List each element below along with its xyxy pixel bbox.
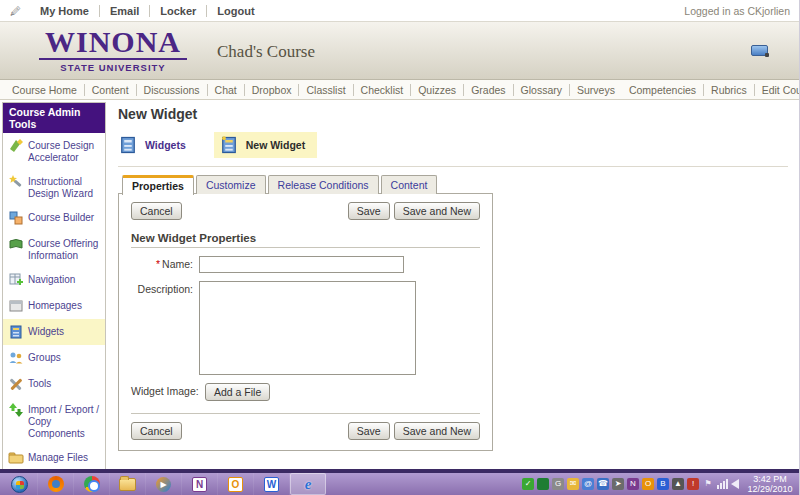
nav-dropbox[interactable]: Dropbox <box>244 84 299 96</box>
tab-customize[interactable]: Customize <box>196 175 266 194</box>
navigation-icon <box>8 272 24 288</box>
taskbar-firefox[interactable] <box>38 473 74 495</box>
course-builder-icon <box>8 210 24 226</box>
required-marker: * <box>156 258 160 270</box>
nav-glossary[interactable]: Glossary <box>513 84 569 96</box>
sidebar-item-navigation[interactable]: Navigation <box>3 267 105 293</box>
description-textarea[interactable] <box>199 281 416 375</box>
windows-taskbar: ▶ N O W e ✓ G ✉ @ ☎ ➤ N O B ▲ ! ⚑ 3:42 P… <box>0 473 800 495</box>
name-input[interactable] <box>199 256 404 273</box>
nav-course-home[interactable]: Course Home <box>5 84 84 96</box>
outlook-tray-icon[interactable]: O <box>642 478 654 490</box>
antivirus-tray-icon[interactable]: ✓ <box>522 478 534 490</box>
nav-classlist[interactable]: Classlist <box>298 84 352 96</box>
bluetooth-tray-icon[interactable]: B <box>657 478 669 490</box>
nav-quizzes[interactable]: Quizzes <box>410 84 463 96</box>
volume-tray-icon[interactable] <box>731 479 739 489</box>
sidebar-item-tools[interactable]: Tools <box>3 371 105 397</box>
folder-icon <box>119 478 136 491</box>
top-button-row: Cancel Save Save and New <box>131 202 480 220</box>
tab-properties[interactable]: Properties <box>122 175 194 195</box>
sidebar-item-label: Course Builder <box>28 210 94 224</box>
name-label: *Name: <box>131 256 199 273</box>
update-tray-icon[interactable]: ▲ <box>672 478 684 490</box>
save-and-new-button[interactable]: Save and New <box>394 202 480 220</box>
nav-surveys[interactable]: Surveys <box>569 84 622 96</box>
taskbar-onenote[interactable]: N <box>182 473 218 495</box>
sidebar-item-label: Groups <box>28 350 61 364</box>
sidebar-item-course-offering-information[interactable]: Course Offering Information <box>3 231 105 267</box>
sidebar-item-instructional-design-wizard[interactable]: Instructional Design Wizard <box>3 169 105 205</box>
minibar-widget-icon[interactable] <box>751 45 768 56</box>
save-button[interactable]: Save <box>348 202 390 220</box>
sidebar-item-label: Widgets <box>28 324 64 338</box>
taskbar-internet-explorer[interactable]: e <box>290 473 326 495</box>
sidebar-item-manage-files[interactable]: Manage Files <box>3 445 105 471</box>
university-logo[interactable]: WINONA STATE UNIVERSITY <box>33 26 193 73</box>
breadcrumb-new-widget[interactable]: New Widget <box>214 132 317 158</box>
onenote-tray-icon[interactable]: N <box>627 478 639 490</box>
start-button[interactable] <box>2 473 38 495</box>
utility-link-locker[interactable]: Locker <box>149 5 206 17</box>
new-widget-crumb-icon <box>219 135 239 155</box>
tab-release-conditions[interactable]: Release Conditions <box>268 175 379 194</box>
tools-icon <box>8 376 24 392</box>
taskbar-media-player[interactable]: ▶ <box>146 473 182 495</box>
tab-content[interactable]: Content <box>381 175 438 194</box>
page-title: New Widget <box>118 106 790 122</box>
taskbar-word[interactable]: W <box>254 473 290 495</box>
nav-edit-course[interactable]: Edit Course <box>754 84 800 96</box>
launcher-tray-icon[interactable]: ➤ <box>612 478 624 490</box>
homepages-icon <box>8 298 24 314</box>
taskbar-outlook[interactable]: O <box>218 473 254 495</box>
navbar-right-links: Competencies Rubrics Edit Course <box>622 84 800 96</box>
sidebar-item-groups[interactable]: Groups <box>3 345 105 371</box>
nav-grades[interactable]: Grades <box>463 84 512 96</box>
nav-checklist[interactable]: Checklist <box>353 84 411 96</box>
utility-bar: 🖉 My Home Email Locker Logout Logged in … <box>0 0 800 22</box>
groups-icon <box>8 350 24 366</box>
outlook-icon: O <box>228 477 243 492</box>
sidebar-item-widgets[interactable]: Widgets <box>3 319 105 345</box>
main-area: Course Admin Tools Course Design Acceler… <box>0 100 800 469</box>
taskbar-explorer[interactable] <box>110 473 146 495</box>
nav-rubrics[interactable]: Rubrics <box>703 84 754 96</box>
add-a-file-button[interactable]: Add a File <box>205 383 270 401</box>
taskbar-chrome[interactable] <box>74 473 110 495</box>
sidebar-item-homepages[interactable]: Homepages <box>3 293 105 319</box>
cancel-button[interactable]: Cancel <box>131 202 182 220</box>
properties-panel: Cancel Save Save and New New Widget Prop… <box>118 193 493 451</box>
security-tray-icon[interactable]: ! <box>687 478 699 490</box>
breadcrumb-widgets[interactable]: Widgets <box>118 135 186 155</box>
sidebar-item-label: Import / Export / Copy Components <box>28 402 102 440</box>
taskbar-clock[interactable]: 3:42 PM 12/29/2010 <box>742 473 798 495</box>
utility-link-my-home[interactable]: My Home <box>30 5 99 17</box>
nav-competencies[interactable]: Competencies <box>622 84 703 96</box>
sidebar-item-course-design-accelerator[interactable]: Course Design Accelerator <box>3 133 105 169</box>
gotomeeting-tray-icon[interactable]: G <box>552 478 564 490</box>
save-and-new-button[interactable]: Save and New <box>394 422 480 440</box>
sidebar-item-label: Instructional Design Wizard <box>28 174 102 200</box>
sidebar-item-import-export-copy-components[interactable]: Import / Export / Copy Components <box>3 397 105 445</box>
media-player-icon: ▶ <box>156 477 171 492</box>
mail-tray-icon[interactable]: ✉ <box>567 478 579 490</box>
flag-tray-icon[interactable]: ⚑ <box>702 478 714 490</box>
save-button[interactable]: Save <box>348 422 390 440</box>
network-tray-icon[interactable] <box>717 479 728 489</box>
panel-divider <box>131 413 480 414</box>
phone-tray-icon[interactable]: ☎ <box>597 478 609 490</box>
sidebar-item-course-builder[interactable]: Course Builder <box>3 205 105 231</box>
utility-link-email[interactable]: Email <box>99 5 149 17</box>
messenger-tray-icon[interactable]: @ <box>582 478 594 490</box>
nav-chat[interactable]: Chat <box>207 84 244 96</box>
nav-content[interactable]: Content <box>84 84 136 96</box>
utility-link-logout[interactable]: Logout <box>206 5 264 17</box>
nav-discussions[interactable]: Discussions <box>136 84 207 96</box>
cancel-button[interactable]: Cancel <box>131 422 182 440</box>
sidebar-item-label: Course Design Accelerator <box>28 138 102 164</box>
description-label: Description: <box>131 281 199 375</box>
chrome-icon <box>84 476 100 492</box>
clock-time: 3:42 PM <box>744 474 796 484</box>
green-app-tray-icon[interactable] <box>537 478 549 490</box>
sidebar-item-label: Course Offering Information <box>28 236 102 262</box>
